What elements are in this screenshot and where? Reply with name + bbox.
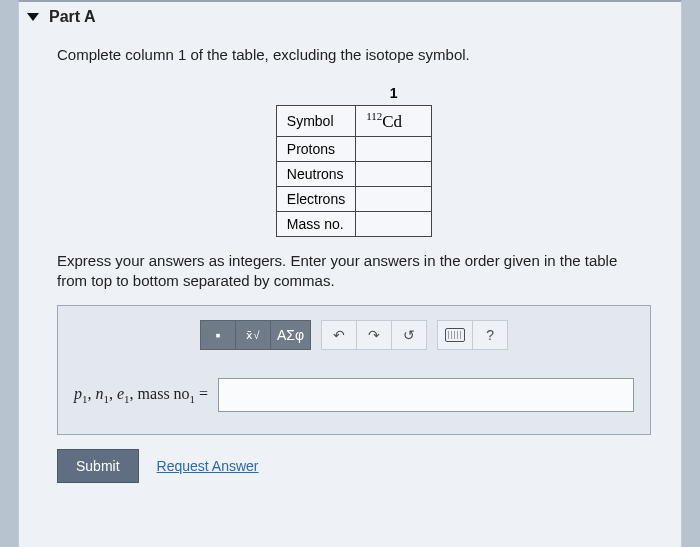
- help-button[interactable]: ?: [472, 320, 508, 350]
- isotope-table: 1 Symbol 112Cd Protons Neutrons: [276, 81, 432, 237]
- isotope-table-wrap: 1 Symbol 112Cd Protons Neutrons: [57, 81, 651, 237]
- table-row: Mass no.: [276, 211, 431, 236]
- instruction-1: Complete column 1 of the table, excludin…: [57, 46, 651, 63]
- table-row: Neutrons: [276, 161, 431, 186]
- equation-toolbar: ▪ x̄√ ΑΣφ ↶ ↷ ↺ ?: [74, 320, 634, 350]
- table-row: Electrons: [276, 186, 431, 211]
- fraction-root-icon: x̄√: [246, 329, 259, 342]
- row-label-protons: Protons: [276, 136, 355, 161]
- row-label-symbol: Symbol: [276, 106, 355, 137]
- collapse-icon: [27, 13, 39, 21]
- part-header[interactable]: Part A: [19, 2, 681, 36]
- redo-button[interactable]: ↷: [356, 320, 392, 350]
- question-body: Complete column 1 of the table, excludin…: [19, 36, 681, 493]
- redo-icon: ↷: [368, 327, 380, 343]
- keyboard-icon: [445, 328, 465, 342]
- row-value-neutrons: [356, 161, 432, 186]
- table-row: Symbol 112Cd: [276, 106, 431, 137]
- request-answer-link[interactable]: Request Answer: [157, 458, 259, 474]
- submit-button[interactable]: Submit: [57, 449, 139, 483]
- answer-row: p1, n1, e1, mass no1 =: [74, 378, 634, 412]
- undo-button[interactable]: ↶: [321, 320, 357, 350]
- column-number: 1: [356, 81, 432, 106]
- row-value-protons: [356, 136, 432, 161]
- question-panel: Part A Complete column 1 of the table, e…: [18, 0, 682, 547]
- templates-button[interactable]: ▪: [200, 320, 236, 350]
- row-value-symbol: 112Cd: [356, 106, 432, 137]
- reset-icon: ↺: [403, 327, 415, 343]
- row-label-neutrons: Neutrons: [276, 161, 355, 186]
- row-value-electrons: [356, 186, 432, 211]
- part-title: Part A: [49, 8, 96, 26]
- row-label-electrons: Electrons: [276, 186, 355, 211]
- row-value-massno: [356, 211, 432, 236]
- undo-icon: ↶: [333, 327, 345, 343]
- instruction-2: Express your answers as integers. Enter …: [57, 251, 651, 292]
- answer-box: ▪ x̄√ ΑΣφ ↶ ↷ ↺ ? p1, n1, e1, mass no1 =: [57, 305, 651, 435]
- answer-lhs: p1, n1, e1, mass no1 =: [74, 385, 208, 405]
- answer-input[interactable]: [218, 378, 634, 412]
- fraction-root-button[interactable]: x̄√: [235, 320, 271, 350]
- keyboard-button[interactable]: [437, 320, 473, 350]
- greek-button[interactable]: ΑΣφ: [270, 320, 311, 350]
- table-row: Protons: [276, 136, 431, 161]
- reset-button[interactable]: ↺: [391, 320, 427, 350]
- row-label-massno: Mass no.: [276, 211, 355, 236]
- actions-row: Submit Request Answer: [57, 449, 651, 483]
- templates-icon: ▪: [215, 327, 220, 343]
